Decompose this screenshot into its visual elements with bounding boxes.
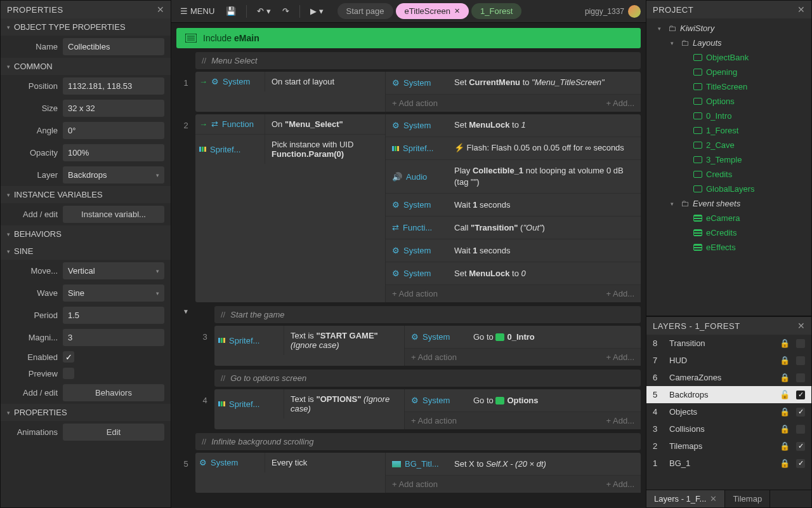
layer-row[interactable]: 4 Objects 🔒 bbox=[646, 403, 811, 420]
action-text[interactable]: Set X to Self.X - (20 × dt) bbox=[454, 458, 634, 470]
comment-infinite-scroll[interactable]: Infinite background scrolling bbox=[195, 433, 641, 450]
condition-text[interactable]: Pick instance with UID Function.Param(0) bbox=[265, 135, 385, 164]
behaviors-button[interactable]: Behaviors bbox=[63, 384, 164, 401]
action-object[interactable]: System bbox=[422, 396, 450, 405]
tree-item[interactable]: eCredits bbox=[646, 225, 811, 240]
add-action-button[interactable]: + Add action bbox=[392, 479, 438, 489]
condition-object[interactable]: Spritef... bbox=[229, 336, 259, 345]
action-object[interactable]: BG_Titl... bbox=[405, 459, 439, 469]
add-action-button[interactable]: + Add action bbox=[392, 98, 438, 108]
add-button[interactable]: + Add... bbox=[606, 352, 634, 362]
enabled-checkbox[interactable] bbox=[63, 351, 74, 363]
movement-select[interactable]: Vertical bbox=[63, 262, 164, 279]
action-object[interactable]: System bbox=[403, 200, 431, 210]
section-behaviors[interactable]: BEHAVIORS bbox=[1, 225, 171, 243]
condition-object[interactable]: Function bbox=[222, 119, 254, 129]
close-icon[interactable]: ✕ bbox=[797, 321, 806, 331]
name-input[interactable]: Collectibles bbox=[63, 38, 164, 55]
visibility-checkbox[interactable] bbox=[796, 339, 805, 348]
action-text[interactable]: ⚡ Flash: Flash 0.05 on 0.05 off for ∞ se… bbox=[454, 142, 634, 154]
section-common[interactable]: COMMON bbox=[1, 58, 171, 75]
tree-item[interactable]: ▾🗀Event sheets bbox=[646, 196, 811, 211]
add-button[interactable]: + Add... bbox=[606, 98, 634, 108]
layer-row[interactable]: 3 Collisions 🔒 bbox=[646, 420, 811, 438]
section-instance-vars[interactable]: INSTANCE VARIABLES bbox=[1, 186, 171, 203]
action-text[interactable]: Set MenuLock to 1 bbox=[454, 119, 634, 131]
visibility-checkbox[interactable] bbox=[796, 425, 805, 434]
layer-row[interactable]: 1 BG_1 🔒 bbox=[646, 455, 811, 472]
visibility-checkbox[interactable] bbox=[796, 373, 805, 382]
layer-row[interactable]: 8 Transition 🔒 bbox=[646, 335, 811, 352]
visibility-checkbox[interactable] bbox=[796, 391, 805, 399]
magnitude-input[interactable]: 3 bbox=[63, 329, 164, 346]
period-input[interactable]: 1.5 bbox=[63, 307, 164, 324]
condition-text[interactable]: Every tick bbox=[265, 453, 385, 472]
angle-input[interactable]: 0° bbox=[63, 122, 164, 139]
action-object[interactable]: Audio bbox=[406, 172, 427, 182]
close-icon[interactable]: ✕ bbox=[454, 7, 460, 15]
condition-object[interactable]: Spritef... bbox=[210, 145, 240, 154]
include-bar[interactable]: Include eMain bbox=[176, 28, 641, 48]
opacity-input[interactable]: 100% bbox=[63, 144, 164, 161]
lock-icon[interactable]: 🔒 bbox=[780, 441, 790, 451]
action-object[interactable]: System bbox=[403, 269, 431, 278]
preview-checkbox[interactable] bbox=[63, 368, 74, 379]
action-text[interactable]: Wait 1 seconds bbox=[454, 199, 634, 211]
visibility-checkbox[interactable] bbox=[796, 442, 805, 451]
action-text[interactable]: Wait 1 seconds bbox=[454, 245, 634, 257]
comment-start-game[interactable]: Start the game bbox=[214, 306, 641, 323]
close-icon[interactable]: ✕ bbox=[797, 4, 806, 15]
tree-item[interactable]: eEffects bbox=[646, 240, 811, 255]
tree-item[interactable]: eCamera bbox=[646, 211, 811, 225]
action-object[interactable]: System bbox=[403, 78, 431, 88]
condition-text[interactable]: Text is "START GAME" (Ignore case) bbox=[284, 326, 404, 355]
user-area[interactable]: piggy_1337 bbox=[585, 5, 641, 18]
tree-item[interactable]: GlobalLayers bbox=[646, 182, 811, 196]
comment-options[interactable]: Go to options screen bbox=[214, 370, 641, 387]
condition-object[interactable]: System bbox=[211, 458, 238, 467]
action-text[interactable]: Play Collectible_1 not looping at volume… bbox=[454, 165, 634, 188]
visibility-checkbox[interactable] bbox=[796, 408, 805, 417]
layer-row[interactable]: 6 CameraZones 🔒 bbox=[646, 369, 811, 386]
lock-icon[interactable]: 🔒 bbox=[780, 373, 790, 382]
comment-menu-select[interactable]: Menu Select bbox=[195, 52, 641, 69]
add-button[interactable]: + Add... bbox=[606, 416, 634, 425]
add-button[interactable]: + Add... bbox=[606, 479, 634, 489]
close-icon[interactable]: ✕ bbox=[710, 494, 717, 504]
lock-icon[interactable]: 🔓 bbox=[780, 390, 790, 399]
expand-toggle-icon[interactable]: ▼ bbox=[183, 308, 189, 315]
action-object[interactable]: Functi... bbox=[403, 223, 432, 232]
undo-icon[interactable]: ↶ ▾ bbox=[253, 4, 275, 18]
layer-row[interactable]: 5 Backdrops 🔓 bbox=[646, 386, 811, 403]
condition-text[interactable]: Text is "OPTIONS" (Ignore case) bbox=[284, 389, 404, 418]
layers-tab[interactable]: Layers - 1_F...✕ bbox=[646, 490, 725, 507]
section-properties2[interactable]: PROPERTIES bbox=[1, 404, 171, 421]
lock-icon[interactable]: 🔒 bbox=[780, 458, 790, 468]
action-object[interactable]: Spritef... bbox=[403, 144, 433, 153]
close-icon[interactable]: ✕ bbox=[157, 4, 165, 15]
tree-item[interactable]: ObjectBank bbox=[646, 50, 811, 65]
tree-item[interactable]: 0_Intro bbox=[646, 109, 811, 123]
redo-icon[interactable]: ↷ bbox=[278, 4, 293, 18]
tree-item[interactable]: 1_Forest bbox=[646, 123, 811, 138]
tree-item[interactable]: 3_Temple bbox=[646, 152, 811, 167]
tree-item[interactable]: Credits bbox=[646, 167, 811, 182]
section-object-type[interactable]: OBJECT TYPE PROPERTIES bbox=[1, 18, 171, 36]
tilemap-tab[interactable]: Tilemap bbox=[725, 490, 770, 507]
avatar-icon[interactable] bbox=[628, 5, 641, 18]
action-text[interactable]: Call "Transition" ("Out") bbox=[454, 222, 634, 234]
add-action-button[interactable]: + Add action bbox=[411, 416, 457, 425]
layer-row[interactable]: 2 Tilemaps 🔒 bbox=[646, 438, 811, 455]
project-tree[interactable]: ▾🗀KiwiStory▾🗀LayoutsObjectBankOpeningTit… bbox=[646, 18, 811, 316]
save-icon[interactable]: 💾 bbox=[222, 4, 240, 18]
menu-button[interactable]: ☰ MENU bbox=[176, 4, 218, 18]
add-action-button[interactable]: + Add action bbox=[392, 289, 438, 298]
add-action-button[interactable]: + Add action bbox=[411, 352, 457, 362]
wave-select[interactable]: Sine bbox=[63, 284, 164, 302]
condition-object[interactable]: Spritef... bbox=[229, 399, 259, 409]
tree-item[interactable]: TitleScreen bbox=[646, 79, 811, 94]
action-object[interactable]: System bbox=[403, 246, 431, 255]
lock-icon[interactable]: 🔒 bbox=[780, 356, 790, 365]
animations-edit-button[interactable]: Edit bbox=[63, 424, 164, 441]
section-sine[interactable]: SINE bbox=[1, 243, 171, 260]
